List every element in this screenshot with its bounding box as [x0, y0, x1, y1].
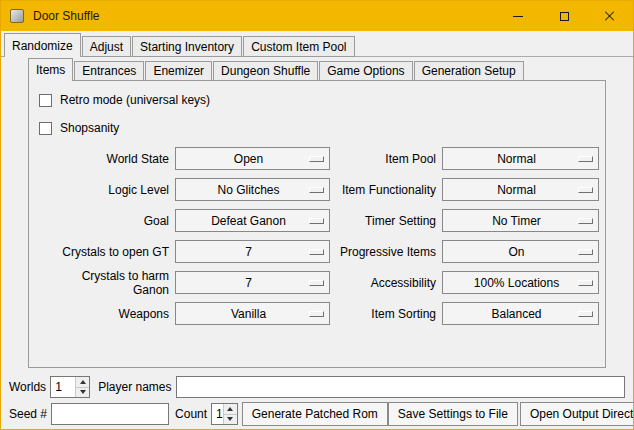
count-value: 1 — [212, 404, 223, 424]
player-names-input[interactable] — [176, 376, 626, 398]
close-button[interactable] — [587, 2, 633, 31]
up-arrow-icon — [80, 380, 86, 384]
dropdown-indicator-icon — [578, 187, 593, 193]
tab-randomize[interactable]: Randomize — [4, 33, 81, 57]
worlds-row: Worlds 1 Player names — [9, 376, 625, 398]
up-arrow-icon — [227, 407, 233, 411]
tab-randomize-label: Randomize — [12, 39, 73, 53]
tab-dungeon-shuffle[interactable]: Dungeon Shuffle — [213, 61, 318, 81]
items-tab-panel: Retro mode (universal keys) Shopsanity W… — [28, 80, 606, 368]
inner-tab-bar: Items Entrances Enemizer Dungeon Shuffle… — [1, 57, 633, 80]
tab-custom-item-pool-label: Custom Item Pool — [251, 40, 346, 54]
timer-setting-value: No Timer — [492, 214, 541, 228]
app-icon — [10, 9, 24, 23]
worlds-spin-up-button[interactable] — [76, 377, 89, 388]
crystals-gt-value: 7 — [245, 245, 252, 259]
seed-row: Seed # Count 1 Generate Patched Rom Save… — [9, 402, 625, 426]
logic-level-value: No Glitches — [217, 183, 279, 197]
crystals-ganon-value: 7 — [245, 276, 252, 290]
window-title: Door Shuffle — [33, 9, 495, 23]
tab-starting-inventory[interactable]: Starting Inventory — [132, 36, 242, 57]
generate-patched-rom-button[interactable]: Generate Patched Rom — [242, 402, 388, 426]
item-functionality-dropdown[interactable]: Normal — [442, 178, 599, 201]
crystals-gt-row: Crystals to open GT 7 — [43, 236, 330, 267]
dropdown-indicator-icon — [578, 311, 593, 317]
goal-dropdown[interactable]: Defeat Ganon — [175, 209, 330, 232]
dropdown-indicator-icon — [578, 218, 593, 224]
left-option-column: World State Open Logic Level No Glitches — [43, 143, 330, 329]
shopsanity-checkbox[interactable] — [39, 122, 52, 135]
tab-enemizer[interactable]: Enemizer — [145, 61, 212, 81]
worlds-spin-down-button[interactable] — [76, 388, 89, 398]
item-functionality-value: Normal — [497, 183, 536, 197]
timer-setting-row: Timer Setting No Timer — [330, 205, 599, 236]
accessibility-value: 100% Locations — [474, 276, 559, 290]
crystals-ganon-dropdown[interactable]: 7 — [175, 271, 330, 294]
item-pool-label: Item Pool — [330, 152, 436, 166]
worlds-spinner[interactable]: 1 — [50, 376, 90, 398]
maximize-icon — [560, 12, 569, 21]
crystals-ganon-label: Crystals to harm Ganon — [43, 269, 169, 297]
logic-level-label: Logic Level — [43, 183, 169, 197]
tab-starting-inventory-label: Starting Inventory — [140, 40, 234, 54]
count-spin-up-button[interactable] — [224, 404, 237, 415]
item-functionality-label: Item Functionality — [330, 183, 436, 197]
item-sorting-dropdown[interactable]: Balanced — [442, 302, 599, 325]
tab-dungeon-shuffle-label: Dungeon Shuffle — [221, 64, 310, 78]
weapons-row: Weapons Vanilla — [43, 298, 330, 329]
worlds-spinner-buttons — [75, 377, 89, 397]
timer-setting-dropdown[interactable]: No Timer — [442, 209, 599, 232]
dropdown-indicator-icon — [309, 218, 324, 224]
retro-mode-row: Retro mode (universal keys) — [39, 89, 605, 111]
save-settings-button[interactable]: Save Settings to File — [388, 402, 518, 426]
titlebar[interactable]: Door Shuffle — [1, 1, 633, 31]
world-state-row: World State Open — [43, 143, 330, 174]
progressive-items-label: Progressive Items — [330, 245, 436, 259]
goal-row: Goal Defeat Ganon — [43, 205, 330, 236]
item-pool-value: Normal — [497, 152, 536, 166]
accessibility-dropdown[interactable]: 100% Locations — [442, 271, 599, 294]
window: Door Shuffle Randomize Adjust Starting I… — [0, 0, 634, 430]
tab-entrances[interactable]: Entrances — [74, 61, 144, 81]
item-sorting-label: Item Sorting — [330, 307, 436, 321]
dropdown-indicator-icon — [578, 249, 593, 255]
world-state-value: Open — [234, 152, 263, 166]
world-state-dropdown[interactable]: Open — [175, 147, 330, 170]
tab-custom-item-pool[interactable]: Custom Item Pool — [243, 36, 354, 57]
count-spin-down-button[interactable] — [224, 415, 237, 425]
right-option-column: Item Pool Normal Item Functionality Norm… — [330, 143, 599, 329]
player-names-label: Player names — [98, 380, 171, 394]
weapons-dropdown[interactable]: Vanilla — [175, 302, 330, 325]
item-sorting-value: Balanced — [491, 307, 541, 321]
goal-label: Goal — [43, 214, 169, 228]
count-spinner-buttons — [223, 404, 237, 424]
retro-mode-checkbox[interactable] — [39, 94, 52, 107]
crystals-gt-dropdown[interactable]: 7 — [175, 240, 330, 263]
tab-generation-setup[interactable]: Generation Setup — [414, 61, 524, 81]
progressive-items-dropdown[interactable]: On — [442, 240, 599, 263]
seed-input[interactable] — [51, 403, 169, 425]
shopsanity-row: Shopsanity — [39, 117, 605, 139]
tab-game-options-label: Game Options — [327, 64, 404, 78]
dropdown-indicator-icon — [578, 280, 593, 286]
tab-items-label: Items — [36, 63, 65, 77]
shopsanity-label: Shopsanity — [60, 121, 119, 135]
count-spinner[interactable]: 1 — [211, 403, 238, 425]
count-label: Count — [175, 407, 207, 421]
progressive-items-row: Progressive Items On — [330, 236, 599, 267]
minimize-button[interactable] — [495, 2, 541, 31]
tab-items[interactable]: Items — [28, 58, 73, 81]
item-pool-dropdown[interactable]: Normal — [442, 147, 599, 170]
item-functionality-row: Item Functionality Normal — [330, 174, 599, 205]
open-output-directory-button[interactable]: Open Output Directory — [520, 402, 634, 426]
dropdown-indicator-icon — [309, 280, 324, 286]
tab-adjust[interactable]: Adjust — [82, 36, 131, 57]
item-pool-row: Item Pool Normal — [330, 143, 599, 174]
logic-level-dropdown[interactable]: No Glitches — [175, 178, 330, 201]
maximize-button[interactable] — [541, 2, 587, 31]
tab-generation-setup-label: Generation Setup — [422, 64, 516, 78]
minimize-icon — [513, 16, 523, 17]
tab-game-options[interactable]: Game Options — [319, 61, 412, 81]
worlds-label: Worlds — [9, 380, 46, 394]
randomize-tab-panel: Items Entrances Enemizer Dungeon Shuffle… — [1, 57, 633, 429]
